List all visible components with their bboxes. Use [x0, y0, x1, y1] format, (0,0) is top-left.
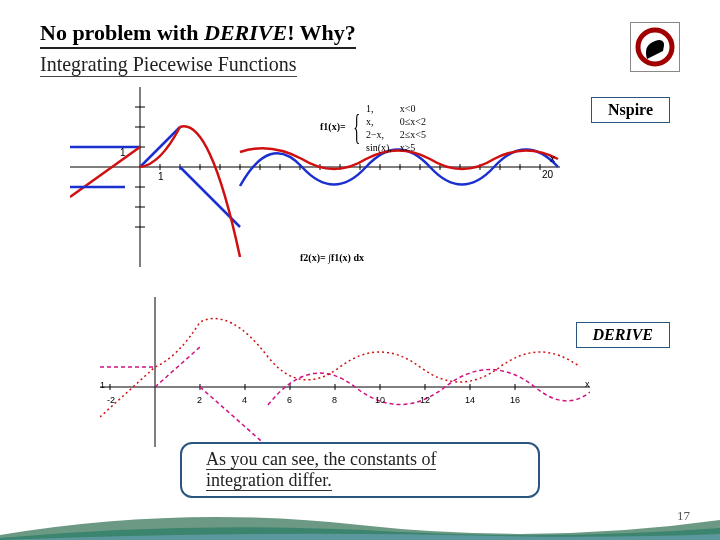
plot1-x-max: 20: [542, 169, 553, 180]
formula-f1: f1(x)= { 1,x<0 x,0≤x<2 2−x,2≤x<5 sin(x),…: [320, 101, 434, 155]
formula-f2: f2(x)= ∫f1(x) dx: [300, 252, 364, 263]
case-3-val: sin(x),: [366, 142, 398, 153]
plot2-tick-1: 2: [197, 395, 202, 405]
title-block: No problem with DERIVE! Why? Integrating…: [40, 20, 356, 77]
slide-title: No problem with DERIVE! Why?: [40, 20, 356, 49]
case-2-cond: 2≤x<5: [400, 129, 432, 140]
case-2-val: 2−x,: [366, 129, 398, 140]
case-1-cond: 0≤x<2: [400, 116, 432, 127]
plot2-tick-4: 8: [332, 395, 337, 405]
plot1-x-tick-1: 1: [158, 171, 164, 182]
plot2-x-label: x: [585, 379, 590, 389]
title-row: No problem with DERIVE! Why? Integrating…: [40, 20, 680, 77]
plot2-tick-3: 6: [287, 395, 292, 405]
nspire-label: Nspire: [591, 97, 670, 123]
title-prefix: No problem with: [40, 20, 204, 45]
title-suffix: ! Why?: [287, 20, 356, 45]
slide-subtitle: Integrating Piecewise Functions: [40, 53, 297, 77]
case-3-cond: x≥5: [400, 142, 432, 153]
case-1-val: x,: [366, 116, 398, 127]
plot2-tick-6: 12: [420, 395, 430, 405]
footer-decoration: [0, 510, 720, 540]
plot1-x-label: x: [550, 153, 555, 164]
case-0-cond: x<0: [400, 103, 432, 114]
plot2-tick-2: 4: [242, 395, 247, 405]
derive-plot: [100, 297, 590, 457]
plot2-tick-7: 14: [465, 395, 475, 405]
derive-logo-icon: [630, 22, 680, 72]
slide: No problem with DERIVE! Why? Integrating…: [0, 0, 720, 540]
caption-text: As you can see, the constants of integra…: [206, 449, 436, 491]
title-derive: DERIVE: [204, 20, 287, 45]
plot1-y-tick-1: 1: [120, 147, 126, 158]
plot2-tick-8: 16: [510, 395, 520, 405]
plot2-y-label: 1: [100, 380, 105, 390]
formula-f1-lhs: f1(x)=: [320, 121, 346, 132]
case-0-val: 1,: [366, 103, 398, 114]
caption: As you can see, the constants of integra…: [180, 442, 540, 498]
plot2-tick-0: -2: [107, 395, 115, 405]
plot2-tick-5: 10: [375, 395, 385, 405]
page-number: 17: [677, 508, 690, 524]
